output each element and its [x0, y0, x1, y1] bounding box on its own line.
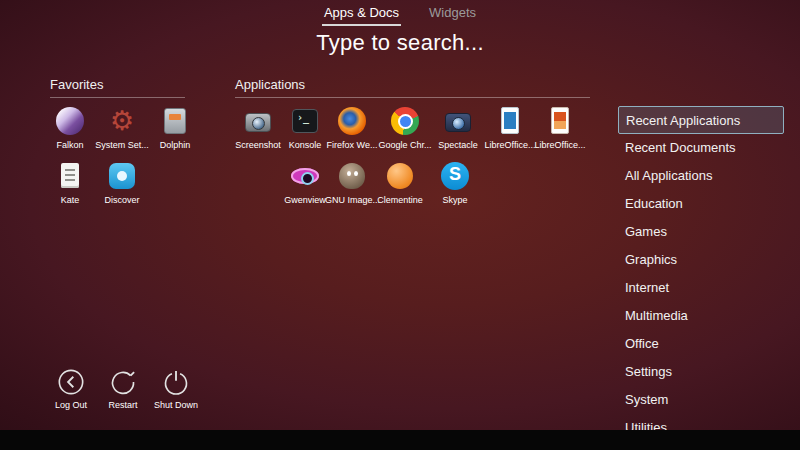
- category-recent-applications[interactable]: Recent Applications: [618, 106, 784, 134]
- clementine-orange-icon: [384, 160, 416, 192]
- bottom-panel: [0, 430, 800, 450]
- app-item-libreoffice-impress[interactable]: LibreOffice...: [533, 105, 587, 150]
- favorite-item-discover[interactable]: Discover: [95, 160, 149, 205]
- favorite-label: Discover: [95, 195, 149, 205]
- favorite-label: Falkon: [43, 140, 97, 150]
- app-label: Skype: [428, 195, 482, 205]
- app-label: Firefox We...: [325, 140, 379, 150]
- app-label: Gwenview: [278, 195, 332, 205]
- app-label: Clementine: [373, 195, 427, 205]
- category-graphics[interactable]: Graphics: [618, 246, 784, 274]
- category-all-applications[interactable]: All Applications: [618, 162, 784, 190]
- app-item-screenshot[interactable]: Screenshot: [231, 105, 285, 150]
- category-education[interactable]: Education: [618, 190, 784, 218]
- shutdown-power-icon: [162, 368, 190, 396]
- system-settings-gear-icon: [106, 105, 138, 137]
- favorite-label: Kate: [43, 195, 97, 205]
- category-recent-documents[interactable]: Recent Documents: [618, 134, 784, 162]
- app-label: Spectacle: [431, 140, 485, 150]
- category-settings[interactable]: Settings: [618, 358, 784, 386]
- libreoffice-impress-icon: [544, 105, 576, 137]
- app-label: LibreOffice...: [483, 140, 537, 150]
- restart-button[interactable]: Restart: [96, 368, 150, 410]
- gimp-icon: [336, 160, 368, 192]
- app-item-konsole[interactable]: Konsole: [278, 105, 332, 150]
- app-label: Konsole: [278, 140, 332, 150]
- logout-button[interactable]: Log Out: [44, 368, 98, 410]
- libreoffice-document-icon: [494, 105, 526, 137]
- favorites-section-title: Favorites: [50, 77, 103, 92]
- logout-icon: [57, 368, 85, 396]
- shutdown-button[interactable]: Shut Down: [149, 368, 203, 410]
- tab-widgets[interactable]: Widgets: [427, 0, 478, 26]
- restart-icon: [109, 368, 137, 396]
- applications-divider: [235, 97, 590, 98]
- gwenview-eye-icon: [289, 160, 321, 192]
- konsole-terminal-icon: [289, 105, 321, 137]
- favorite-item-dolphin[interactable]: Dolphin: [148, 105, 202, 150]
- applications-section-title: Applications: [235, 77, 305, 92]
- skype-icon: [439, 160, 471, 192]
- app-item-spectacle[interactable]: Spectacle: [431, 105, 485, 150]
- shutdown-label: Shut Down: [149, 400, 203, 410]
- category-multimedia[interactable]: Multimedia: [618, 302, 784, 330]
- category-list: Recent Applications Recent Documents All…: [618, 106, 784, 442]
- category-games[interactable]: Games: [618, 218, 784, 246]
- app-item-libreoffice[interactable]: LibreOffice...: [483, 105, 537, 150]
- category-internet[interactable]: Internet: [618, 274, 784, 302]
- category-system[interactable]: System: [618, 386, 784, 414]
- dolphin-file-manager-icon: [159, 105, 191, 137]
- favorite-item-system-settings[interactable]: System Set...: [95, 105, 149, 150]
- app-label: Screenshot: [231, 140, 285, 150]
- falkon-icon: [54, 105, 86, 137]
- logout-label: Log Out: [44, 400, 98, 410]
- search-input[interactable]: Type to search...: [0, 30, 800, 56]
- app-dashboard: Apps & Docs Widgets Type to search... Fa…: [0, 0, 800, 450]
- chrome-icon: [389, 105, 421, 137]
- app-item-clementine[interactable]: Clementine: [373, 160, 427, 205]
- favorite-item-kate[interactable]: Kate: [43, 160, 97, 205]
- favorite-label: Dolphin: [148, 140, 202, 150]
- category-office[interactable]: Office: [618, 330, 784, 358]
- app-item-skype[interactable]: Skype: [428, 160, 482, 205]
- kate-editor-icon: [54, 160, 86, 192]
- tab-apps-and-docs[interactable]: Apps & Docs: [322, 0, 401, 26]
- favorites-divider: [50, 97, 185, 98]
- favorite-item-falkon[interactable]: Falkon: [43, 105, 97, 150]
- app-item-firefox[interactable]: Firefox We...: [325, 105, 379, 150]
- app-item-gwenview[interactable]: Gwenview: [278, 160, 332, 205]
- app-label: Google Chr...: [378, 140, 432, 150]
- top-tab-bar: Apps & Docs Widgets: [0, 0, 800, 26]
- spectacle-camera-icon: [442, 105, 474, 137]
- screenshot-camera-icon: [242, 105, 274, 137]
- app-item-chrome[interactable]: Google Chr...: [378, 105, 432, 150]
- favorite-label: System Set...: [95, 140, 149, 150]
- app-label: GNU Image...: [325, 195, 379, 205]
- firefox-icon: [336, 105, 368, 137]
- app-label: LibreOffice...: [533, 140, 587, 150]
- app-item-gimp[interactable]: GNU Image...: [325, 160, 379, 205]
- discover-icon: [106, 160, 138, 192]
- restart-label: Restart: [96, 400, 150, 410]
